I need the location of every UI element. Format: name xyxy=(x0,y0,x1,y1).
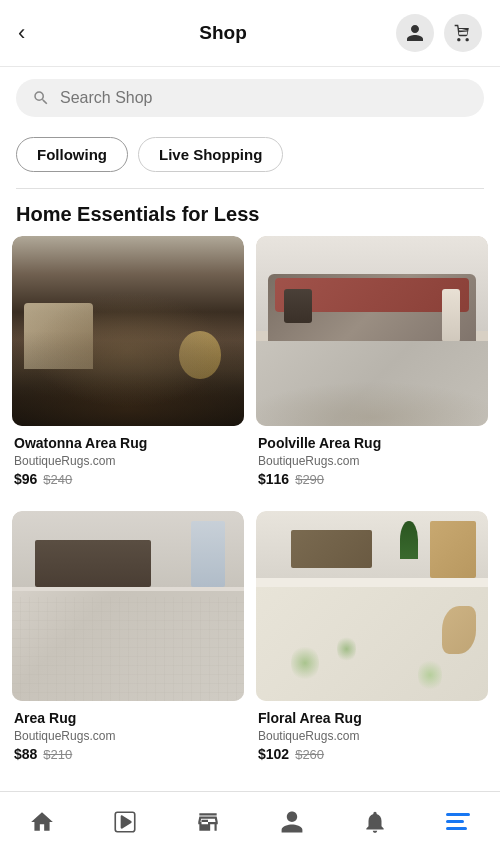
nav-home[interactable] xyxy=(0,809,83,835)
price-original-4: $260 xyxy=(295,747,324,762)
product-card-4[interactable]: Floral Area Rug BoutiqueRugs.com $102 $2… xyxy=(256,511,488,774)
product-card[interactable]: Owatonna Area Rug BoutiqueRugs.com $96 $… xyxy=(12,236,244,499)
search-bar[interactable] xyxy=(16,79,484,117)
search-input[interactable] xyxy=(60,89,468,107)
product-info-1: Owatonna Area Rug BoutiqueRugs.com $96 $… xyxy=(12,426,244,499)
product-price-2: $116 $290 xyxy=(258,471,486,487)
page-title: Shop xyxy=(50,22,396,44)
price-current-1: $96 xyxy=(14,471,37,487)
product-store-2: BoutiqueRugs.com xyxy=(258,454,486,468)
following-filter[interactable]: Following xyxy=(16,137,128,172)
product-info-2: Poolville Area Rug BoutiqueRugs.com $116… xyxy=(256,426,488,499)
home-icon xyxy=(29,809,55,835)
price-original-2: $290 xyxy=(295,472,324,487)
nav-notifications[interactable] xyxy=(333,809,416,835)
play-icon xyxy=(112,809,138,835)
nav-menu[interactable] xyxy=(417,813,500,830)
search-container xyxy=(0,67,500,129)
profile-icon-button[interactable] xyxy=(396,14,434,52)
profile-icon xyxy=(279,809,305,835)
product-image-3 xyxy=(12,511,244,701)
product-price-4: $102 $260 xyxy=(258,746,486,762)
product-card-2[interactable]: Poolville Area Rug BoutiqueRugs.com $116… xyxy=(256,236,488,499)
price-current-4: $102 xyxy=(258,746,289,762)
section-title: Home Essentials for Less xyxy=(0,189,500,236)
search-icon xyxy=(32,89,50,107)
header: ‹ Shop xyxy=(0,0,500,67)
menu-lines xyxy=(446,813,470,830)
price-original-1: $240 xyxy=(43,472,72,487)
price-current-3: $88 xyxy=(14,746,37,762)
header-icons xyxy=(396,14,482,52)
product-image-4 xyxy=(256,511,488,701)
product-info-4: Floral Area Rug BoutiqueRugs.com $102 $2… xyxy=(256,701,488,774)
price-original-3: $210 xyxy=(43,747,72,762)
product-price-1: $96 $240 xyxy=(14,471,242,487)
content-area: Home Essentials for Less Owatonna Area R… xyxy=(0,189,500,854)
nav-watch[interactable] xyxy=(83,809,166,835)
bottom-nav xyxy=(0,791,500,859)
product-card-3[interactable]: Area Rug BoutiqueRugs.com $88 $210 xyxy=(12,511,244,774)
person-icon xyxy=(405,23,425,43)
cart-icon-button[interactable] xyxy=(444,14,482,52)
product-name-2: Poolville Area Rug xyxy=(258,434,486,452)
product-image-2 xyxy=(256,236,488,426)
filter-pills: Following Live Shopping xyxy=(0,129,500,188)
product-name-1: Owatonna Area Rug xyxy=(14,434,242,452)
product-grid: Owatonna Area Rug BoutiqueRugs.com $96 $… xyxy=(0,236,500,774)
nav-profile[interactable] xyxy=(250,809,333,835)
shop-icon xyxy=(195,809,221,835)
product-price-3: $88 $210 xyxy=(14,746,242,762)
product-name-3: Area Rug xyxy=(14,709,242,727)
cart-icon xyxy=(453,23,473,43)
nav-marketplace[interactable] xyxy=(167,809,250,835)
product-info-3: Area Rug BoutiqueRugs.com $88 $210 xyxy=(12,701,244,774)
price-current-2: $116 xyxy=(258,471,289,487)
product-name-4: Floral Area Rug xyxy=(258,709,486,727)
product-image-1 xyxy=(12,236,244,426)
bell-icon xyxy=(362,809,388,835)
product-store-3: BoutiqueRugs.com xyxy=(14,729,242,743)
product-store-1: BoutiqueRugs.com xyxy=(14,454,242,468)
live-shopping-filter[interactable]: Live Shopping xyxy=(138,137,283,172)
product-store-4: BoutiqueRugs.com xyxy=(258,729,486,743)
back-button[interactable]: ‹ xyxy=(18,20,50,46)
